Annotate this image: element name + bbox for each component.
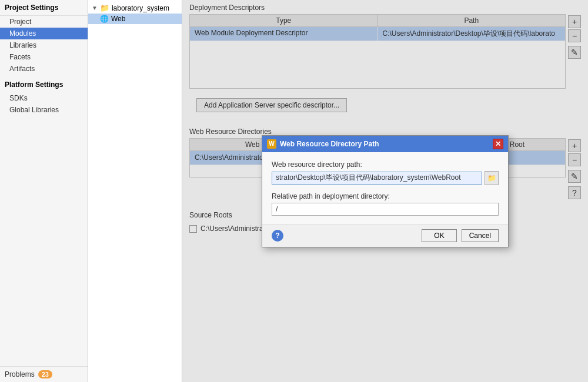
- project-tree: ▼ 📁 laboratory_system 🌐 Web: [88, 0, 182, 382]
- modal-path-input[interactable]: [272, 172, 482, 185]
- modal-title-icon: W: [267, 139, 276, 149]
- sidebar-item-modules[interactable]: Modules: [0, 28, 88, 39]
- platform-settings-header: Platform Settings: [0, 77, 88, 92]
- modal-close-button[interactable]: ✕: [493, 139, 503, 149]
- problems-label: Problems: [5, 370, 35, 378]
- sidebar-item-artifacts[interactable]: Artifacts: [0, 63, 88, 75]
- sidebar-item-project[interactable]: Project: [0, 16, 88, 28]
- app-container: Project Settings Project Modules Librari…: [0, 0, 588, 382]
- tree-arrow-icon: ▼: [92, 5, 98, 11]
- sidebar: Project Settings Project Modules Librari…: [0, 0, 88, 382]
- sidebar-item-global-libraries[interactable]: Global Libraries: [0, 104, 88, 116]
- problems-section: Problems 23: [0, 366, 88, 382]
- sidebar-item-facets[interactable]: Facets: [0, 51, 88, 63]
- modal-relative-input[interactable]: [272, 203, 499, 216]
- modal-relative-label: Relative path in deployment directory:: [272, 192, 499, 200]
- modal-body: Web resource directory path: 📁 Relative …: [262, 152, 508, 224]
- modal-help-button[interactable]: ?: [272, 230, 283, 242]
- tree-root-label: laboratory_system: [112, 4, 169, 12]
- main-content: ▼ 📁 laboratory_system 🌐 Web Deployment D…: [88, 0, 588, 382]
- modal-titlebar: W Web Resource Directory Path ✕: [262, 136, 508, 152]
- modal-ok-button[interactable]: OK: [422, 229, 456, 242]
- modal-title: Web Resource Directory Path: [280, 140, 379, 148]
- modal-browse-button[interactable]: 📁: [485, 171, 499, 185]
- sidebar-item-libraries[interactable]: Libraries: [0, 39, 88, 51]
- tree-item-web[interactable]: 🌐 Web: [88, 14, 182, 24]
- content-pane: Deployment Descriptors Type Path Web Mod…: [182, 0, 588, 382]
- modal-cancel-button[interactable]: Cancel: [462, 229, 499, 242]
- modal-overlay: W Web Resource Directory Path ✕ Web reso…: [182, 0, 588, 382]
- modal-footer: ? OK Cancel: [262, 224, 508, 247]
- modal-path-label: Web resource directory path:: [272, 160, 499, 169]
- web-resource-directory-path-dialog: W Web Resource Directory Path ✕ Web reso…: [262, 135, 509, 247]
- sidebar-title: Project Settings: [0, 0, 88, 16]
- web-icon: 🌐: [100, 15, 109, 23]
- tree-child-label: Web: [111, 15, 125, 23]
- browse-icon: 📁: [487, 174, 496, 182]
- folder-icon: 📁: [100, 4, 109, 12]
- sidebar-item-sdks[interactable]: SDKs: [0, 92, 88, 104]
- problems-badge: 23: [38, 370, 52, 378]
- modal-path-input-row: 📁: [272, 171, 499, 185]
- tree-item-root[interactable]: ▼ 📁 laboratory_system: [88, 2, 182, 14]
